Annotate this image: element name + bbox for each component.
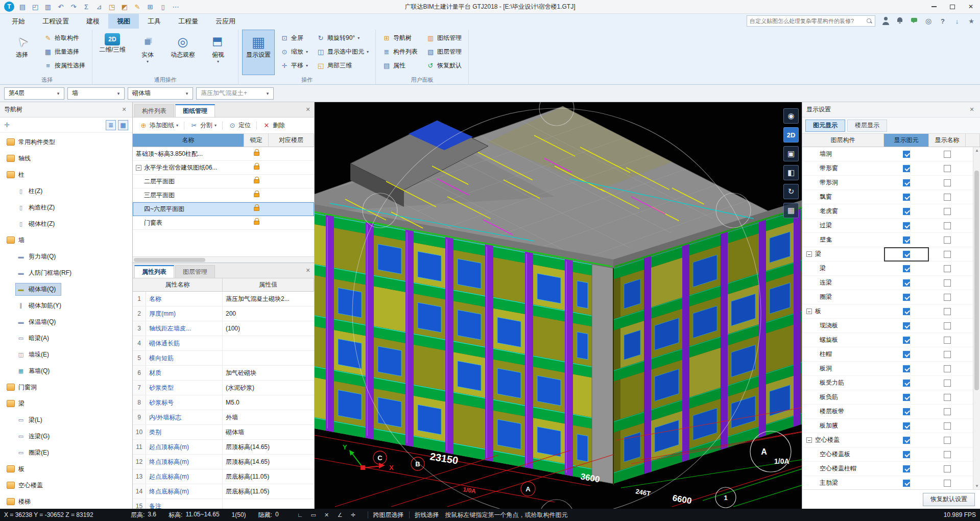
download-icon[interactable] (952, 16, 962, 26)
property-value[interactable]: 砌体墙 (223, 425, 314, 439)
brush-icon[interactable] (133, 2, 142, 11)
show-element-checkbox[interactable] (903, 308, 910, 315)
grid-tool-icon[interactable] (146, 2, 155, 11)
nav-tree-item[interactable]: 人防门框墙(RF) (0, 265, 132, 281)
ribbon-button-restore[interactable]: 恢复默认 (423, 59, 465, 73)
lock-icon[interactable] (254, 152, 259, 156)
panel-tab[interactable]: 属性列表 (134, 265, 174, 278)
show-element-checkbox[interactable] (903, 251, 910, 258)
panel-tab[interactable]: 构件列表 (134, 104, 174, 117)
show-element-checkbox[interactable] (903, 322, 910, 329)
show-name-checkbox[interactable] (944, 422, 951, 430)
ribbon-button-d23[interactable]: 二维/三维 (96, 30, 129, 75)
nav-tree-item[interactable]: 空心楼盖 (0, 477, 132, 493)
ribbon-button-attr[interactable]: 按属性选择 (41, 59, 88, 73)
collapse-icon[interactable] (136, 165, 141, 171)
lock-icon[interactable] (254, 165, 259, 170)
ribbon-button-layers[interactable]: 图层管理 (423, 45, 465, 59)
show-element-checkbox[interactable] (903, 337, 910, 344)
show-element-checkbox[interactable] (903, 394, 910, 401)
show-element-checkbox[interactable] (903, 279, 910, 287)
ribbon-button-pick[interactable]: 拾取构件 (41, 31, 88, 45)
show-name-checkbox[interactable] (944, 451, 951, 458)
crosshair-snap-icon[interactable] (349, 511, 357, 519)
property-value[interactable]: 层顶标高(14.65) (223, 440, 314, 454)
property-row[interactable]: 14终点底标高(m)层底标高(11.05) (133, 484, 314, 499)
minimize-button[interactable] (925, 0, 943, 13)
nav-tree-item[interactable]: 幕墙(Q) (0, 363, 132, 379)
help-icon[interactable] (938, 16, 947, 26)
sheet-row[interactable]: 门窗表 (133, 216, 314, 230)
show-name-checkbox[interactable] (944, 294, 951, 301)
avatar-icon[interactable] (881, 16, 890, 26)
close-panel-icon[interactable] (304, 106, 312, 113)
ribbon-tab[interactable]: 视图 (108, 14, 139, 29)
property-value[interactable] (223, 351, 314, 365)
sheet-row[interactable]: 三层平面图 (133, 188, 314, 202)
ribbon-button-complist[interactable]: 构件列表 (379, 45, 421, 59)
redo-icon[interactable] (69, 2, 78, 11)
property-row[interactable]: 1名称蒸压加气混凝土砌块2... (133, 292, 314, 306)
horizontal-scrollbar[interactable] (133, 256, 314, 263)
scroll-up-icon[interactable]: ▲ (973, 147, 980, 154)
nav-tree-item[interactable]: 常用构件类型 (0, 134, 132, 150)
ribbon-button-topview[interactable]: 俯视▾ (202, 30, 234, 75)
solid-cube-tool[interactable] (783, 165, 799, 180)
scrollbar-thumb[interactable] (134, 258, 205, 262)
open-icon[interactable] (31, 2, 40, 11)
property-row[interactable]: 5横向短筋 (133, 351, 314, 366)
expand-all-icon[interactable] (4, 121, 10, 129)
ribbon-tab[interactable]: 云应用 (207, 14, 244, 29)
property-value[interactable]: 层底标高(11.05) (223, 484, 314, 499)
3d-viewport[interactable]: CBAA1231503600246T66001/0A1/0AXY 2D (315, 102, 802, 509)
type-select[interactable]: 砌体墙▾ (128, 87, 193, 100)
search-icon[interactable] (866, 18, 872, 24)
property-value[interactable]: (水泥砂浆) (223, 381, 314, 395)
nav-tree-item[interactable]: 保温墙(Q) (0, 314, 132, 330)
lock-icon[interactable] (254, 193, 259, 197)
more-icon[interactable] (171, 2, 180, 11)
ribbon-tab[interactable]: 工程量 (170, 14, 207, 29)
sum-icon[interactable] (82, 2, 91, 11)
nav-tree-item[interactable]: 剪力墙(Q) (0, 248, 132, 265)
show-element-checkbox[interactable] (903, 194, 910, 201)
show-name-checkbox[interactable] (944, 394, 951, 401)
show-name-checkbox[interactable] (944, 480, 951, 487)
print-icon[interactable] (43, 2, 53, 11)
ribbon-button-cursor[interactable]: 选择 (6, 30, 38, 75)
ribbon-button-batch[interactable]: 批量选择 (41, 45, 88, 59)
property-row[interactable]: 11起点顶标高(m)层顶标高(14.65) (133, 440, 314, 455)
property-row[interactable]: 9内/外墙标志外墙 (133, 410, 314, 425)
nav-tree-item[interactable]: 暗梁(A) (0, 330, 132, 346)
nav-tree-item[interactable]: 楼梯 (0, 493, 132, 509)
nav-tree-item[interactable]: 板 (0, 461, 132, 477)
show-element-checkbox[interactable] (903, 179, 910, 186)
close-panel-icon[interactable] (120, 106, 128, 113)
show-name-checkbox[interactable] (944, 265, 951, 272)
show-name-checkbox[interactable] (944, 308, 951, 315)
wire-cube-tool[interactable] (783, 146, 799, 161)
split-button[interactable]: 分割▾ (186, 120, 220, 132)
angle-snap-icon[interactable] (336, 511, 344, 519)
show-name-checkbox[interactable] (944, 322, 951, 329)
sheet-row[interactable]: 基础顶~标高3.850柱配... (133, 147, 314, 161)
column-tool-icon[interactable] (158, 2, 168, 11)
nav-tree-item[interactable]: 墙 (0, 232, 132, 248)
sheet-row[interactable]: 四~六层平面图 (133, 202, 314, 216)
floor-select[interactable]: 第4层▾ (4, 87, 64, 100)
show-element-checkbox[interactable] (903, 437, 910, 444)
nav-tree-item[interactable]: 砌体墙(Q) (0, 281, 132, 297)
ribbon-button-props[interactable]: 属性 (379, 59, 421, 73)
measure-icon[interactable] (94, 2, 104, 11)
bell-icon[interactable] (895, 16, 904, 26)
building-3d-scene[interactable]: CBAA1231503600246T66001/0A1/0AXY (315, 102, 802, 509)
show-name-checkbox[interactable] (944, 236, 951, 244)
layout-grid-tool[interactable] (783, 203, 799, 218)
show-name-checkbox[interactable] (944, 179, 951, 186)
lock-icon[interactable] (254, 221, 259, 225)
nav-tree-item[interactable]: 轴线 (0, 150, 132, 167)
show-element-checkbox[interactable] (903, 365, 910, 372)
property-value[interactable] (223, 499, 314, 509)
show-element-checkbox[interactable] (903, 236, 910, 244)
star-icon[interactable] (967, 16, 976, 26)
